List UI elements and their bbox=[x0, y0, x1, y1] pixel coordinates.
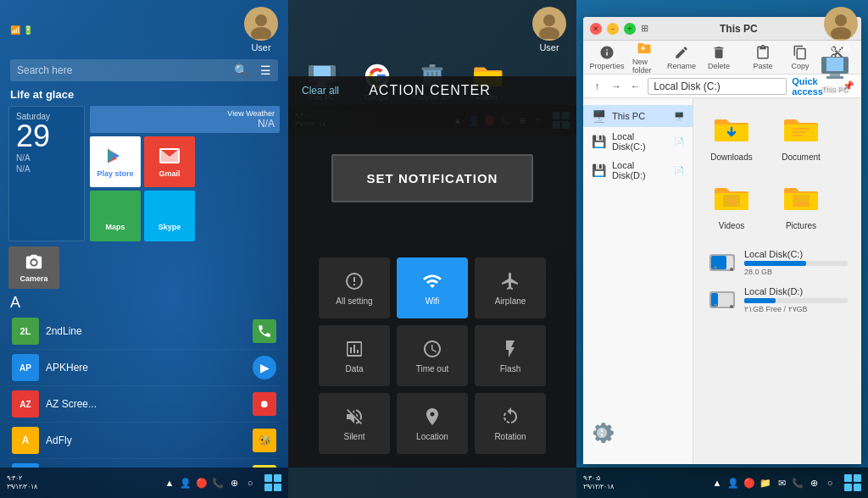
tile-skype[interactable]: Skype bbox=[144, 191, 195, 241]
p3-gear-icon[interactable] bbox=[587, 418, 617, 451]
toggle-location-label: Location bbox=[416, 432, 448, 441]
sidebar-item-local-c[interactable]: 💾 Local Disk(C:) 📄 bbox=[583, 127, 693, 156]
p3-user-area[interactable]: User bbox=[824, 7, 858, 53]
disk-item-d[interactable]: Local Disk(D:) ۲۱GB Free / ۲۷GB bbox=[702, 281, 853, 318]
toolbar-rename[interactable]: Rename bbox=[665, 42, 698, 73]
p1-tb-globe-icon[interactable]: ⊕ bbox=[227, 476, 241, 490]
weather-tile[interactable]: View Weather N/A bbox=[90, 106, 280, 133]
p3-tb-folder-icon[interactable]: 📁 bbox=[759, 476, 772, 490]
nav-up-btn[interactable]: ↑ bbox=[590, 78, 604, 95]
file-item-downloads[interactable]: Downloads bbox=[702, 107, 761, 165]
toggle-data[interactable]: Data bbox=[319, 325, 390, 386]
explorer-main: 🖥️ This PC 🖥️ 💾 Local Disk(C:) 📄 💾 Local… bbox=[583, 98, 861, 464]
p2-user-area[interactable]: User bbox=[532, 7, 566, 53]
toolbar-properties[interactable]: Properties bbox=[590, 42, 624, 73]
menu-icon[interactable]: ☰ bbox=[260, 64, 271, 77]
p2-ac-header: Clear all ACTION CENTER bbox=[288, 76, 576, 105]
tile-maps[interactable]: Maps bbox=[90, 191, 141, 241]
toolbar-delete[interactable]: Delete bbox=[702, 42, 736, 73]
file-item-document[interactable]: Document bbox=[771, 107, 831, 165]
explorer-window-title: This PC bbox=[648, 23, 829, 35]
sidebar-item-local-d[interactable]: 💾 Local Disk(D:) 📄 bbox=[583, 156, 693, 185]
toggle-airplane[interactable]: Airplane bbox=[475, 257, 546, 318]
nav-forward-btn[interactable]: → bbox=[609, 78, 624, 95]
p1-tb-red-icon[interactable]: 🔴 bbox=[195, 476, 209, 490]
set-notification-button[interactable]: SET NOTIFICATION bbox=[331, 154, 534, 202]
p2-clear-all[interactable]: Clear all bbox=[302, 85, 339, 97]
p3-tb-user-icon[interactable]: 👤 bbox=[726, 476, 740, 490]
toggle-wifi-label: Wifi bbox=[426, 296, 440, 306]
p3-tb-phone-icon[interactable]: 📞 bbox=[791, 476, 804, 490]
list-item-adsense[interactable]: Ad$ AdSense $ bbox=[8, 459, 280, 468]
p3-desktop-icons: User bbox=[824, 7, 858, 53]
window-close-btn[interactable]: ✕ bbox=[590, 23, 602, 35]
toggle-row-1: All setting Wifi Airplane bbox=[298, 257, 566, 318]
toolbar-paste[interactable]: Paste bbox=[746, 42, 780, 73]
disk-item-c[interactable]: Local Disk(C:) 28.0 GB bbox=[702, 244, 853, 281]
list-item-2ndline[interactable]: 2L 2ndLine bbox=[8, 313, 280, 350]
svg-rect-12 bbox=[429, 64, 435, 68]
svg-point-1 bbox=[251, 27, 271, 39]
svg-rect-21 bbox=[826, 76, 843, 79]
toggle-location[interactable]: Location bbox=[397, 393, 468, 454]
toolbar-rename-label: Rename bbox=[667, 62, 696, 70]
p3-tb-globe-icon[interactable]: ⊕ bbox=[807, 476, 821, 490]
file-item-pictures[interactable]: Pictures bbox=[771, 175, 831, 234]
calendar-tile[interactable]: Saturday 29 N/A N/A bbox=[8, 106, 85, 241]
panel3-file-explorer: User This PC ✕ − + ⊞ This PC bbox=[576, 0, 868, 498]
p1-taskbar: ۹:۳۰۲ ۲۹/۱۲/۲۰۱۸ ▲ 👤 🔴 📞 ⊕ ○ bbox=[0, 468, 288, 498]
toggle-rotation[interactable]: Rotation bbox=[475, 393, 546, 454]
app-icon-azscreen: AZ bbox=[12, 390, 39, 418]
svg-rect-24 bbox=[793, 135, 803, 136]
file-item-videos[interactable]: Videos bbox=[702, 175, 761, 234]
tile-playstore[interactable]: Play store bbox=[90, 136, 141, 187]
p1-tb-user-icon[interactable]: 👤 bbox=[179, 476, 192, 490]
list-item-adfly[interactable]: A AdFly 🐝 bbox=[8, 423, 280, 459]
disk-d-bar-wrap bbox=[744, 298, 848, 303]
p1-weather-apps: View Weather N/A Play store Gmail bbox=[90, 106, 280, 241]
tile-camera[interactable]: Camera bbox=[8, 246, 59, 289]
tile-gmail[interactable]: Gmail bbox=[144, 136, 195, 187]
p1-tb-ring-icon[interactable]: ○ bbox=[243, 476, 257, 490]
desktop-this-pc[interactable]: This PC bbox=[811, 51, 858, 93]
p1-tb-phone-icon[interactable]: 📞 bbox=[211, 476, 225, 490]
p1-date: ۲۹/۱۲/۲۰۱۸ bbox=[7, 483, 37, 491]
toggle-flash[interactable]: Flash bbox=[475, 325, 546, 386]
p3-tb-envelope-icon[interactable]: ✉ bbox=[775, 476, 788, 490]
sidebar-item-thispc[interactable]: 🖥️ This PC 🖥️ bbox=[583, 105, 693, 127]
app-badge-apkhere: ▶ bbox=[253, 356, 276, 379]
window-minimize-btn[interactable]: − bbox=[607, 23, 619, 35]
window-maximize-btn[interactable]: + bbox=[624, 23, 636, 35]
toggle-row-2: Data Time out Flash bbox=[298, 325, 566, 386]
toggle-timeout[interactable]: Time out bbox=[397, 325, 468, 386]
address-bar-input[interactable] bbox=[648, 78, 787, 95]
downloads-folder-icon bbox=[711, 110, 752, 151]
toolbar-new-folder[interactable]: New folder bbox=[627, 38, 661, 77]
sidebar-local-d-icon: 💾 bbox=[592, 163, 605, 177]
list-item-apkhere[interactable]: AP APKHere ▶ bbox=[8, 350, 280, 386]
disk-c-size: 28.0 GB bbox=[744, 268, 848, 276]
p3-start-button[interactable] bbox=[844, 474, 861, 491]
weather-value: N/A bbox=[95, 118, 275, 130]
p3-tb-ring-icon[interactable]: ○ bbox=[823, 476, 837, 490]
disk-d-size: ۲۱GB Free / ۲۷GB bbox=[744, 305, 848, 313]
p3-avatar bbox=[824, 7, 858, 41]
p1-start-button[interactable] bbox=[264, 474, 281, 491]
p1-life-at-glace-title: Life at glace bbox=[0, 85, 288, 106]
list-item-azscreen[interactable]: AZ AZ Scree... ⏺ bbox=[8, 386, 280, 423]
search-icon[interactable]: 🔍 bbox=[234, 64, 248, 77]
toggle-silent[interactable]: Silent bbox=[319, 393, 390, 454]
p1-status-left: 📶 🔋 bbox=[10, 25, 33, 35]
p1-taskbar-time: ۹:۳۰۲ ۲۹/۱۲/۲۰۱۸ bbox=[7, 474, 37, 492]
explorer-title-left: ⊞ bbox=[641, 23, 648, 34]
nav-back-btn[interactable]: ← bbox=[628, 78, 643, 95]
p3-tb-expand-icon[interactable]: ▲ bbox=[710, 476, 724, 490]
p1-tb-expand-icon[interactable]: ▲ bbox=[163, 476, 176, 490]
disk-c-name: Local Disk(C:) bbox=[744, 249, 848, 259]
toggle-silent-label: Silent bbox=[343, 432, 364, 441]
p1-search-bar[interactable]: Search here 🔍 ☰ bbox=[10, 59, 278, 81]
toggle-all-setting[interactable]: All setting bbox=[319, 257, 390, 318]
p1-user-area[interactable]: User bbox=[244, 7, 278, 53]
toggle-wifi[interactable]: Wifi bbox=[397, 257, 468, 318]
p3-tb-red-icon[interactable]: 🔴 bbox=[743, 476, 756, 490]
